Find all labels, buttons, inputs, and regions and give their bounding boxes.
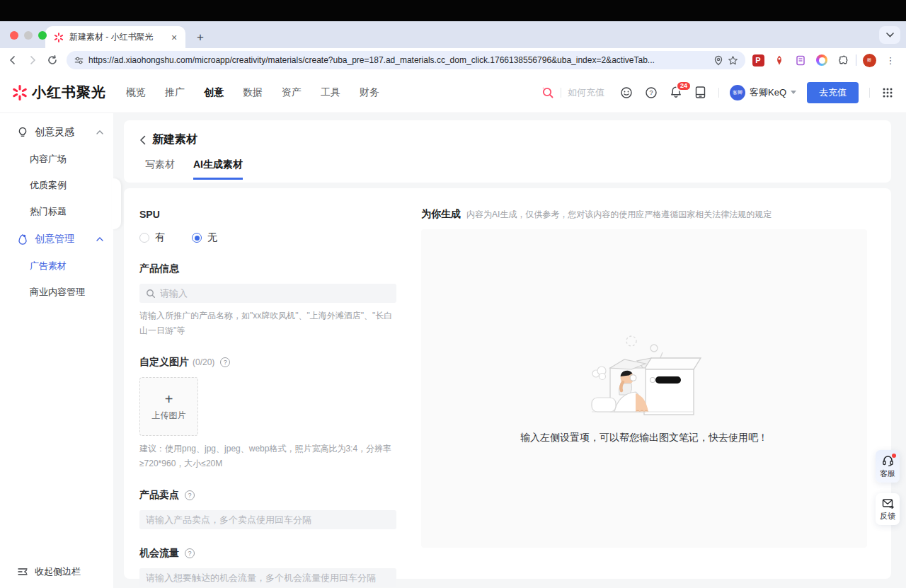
extensions-puzzle-icon[interactable] (835, 55, 851, 66)
brand-name: 小红书聚光 (32, 83, 106, 102)
collapse-sidebar-icon (17, 567, 28, 577)
url-bar[interactable]: https://ad.xiaohongshu.com/microapp/crea… (67, 51, 745, 69)
traffic-field[interactable] (139, 568, 396, 587)
bookmark-star-icon[interactable] (728, 55, 738, 66)
sidebar-item-ad-materials[interactable]: 广告素材 (0, 253, 113, 279)
extension-notes-icon[interactable] (792, 55, 809, 66)
sidebar-item-business-content[interactable]: 商业内容管理 (0, 279, 113, 305)
selling-point-field[interactable] (139, 510, 396, 529)
selling-point-label: 产品卖点 (139, 489, 179, 502)
product-info-input[interactable] (160, 288, 390, 299)
nav-search[interactable]: 如何充值 (541, 86, 604, 99)
product-info-label: 产品信息 (139, 263, 179, 275)
sidebar-item-hot-titles[interactable]: 热门标题 (0, 198, 113, 224)
spu-radio-no[interactable]: 无 (192, 231, 217, 244)
new-tab-button[interactable]: + (197, 31, 204, 43)
sidebar-group-creative-manage[interactable]: 创意管理 (0, 226, 113, 253)
spu-radio-group: 有 无 (139, 231, 396, 244)
brand-logo[interactable]: 小红书聚光 (11, 83, 106, 102)
spu-radio-no-label: 无 (207, 231, 217, 244)
xhs-burst-icon (11, 84, 28, 101)
product-info-hint: 请输入所推广的产品名称，如"xx牌吹风机"、"上海外滩酒店"、"长白山一日游"等 (139, 309, 396, 338)
editor-card: SPU 有 无 产品信息 (124, 188, 891, 579)
tab-write-material[interactable]: 写素材 (145, 158, 175, 180)
menu-item-data[interactable]: 数据 (243, 86, 263, 99)
selling-point-input[interactable] (146, 514, 390, 525)
plus-icon: + (165, 392, 173, 406)
macos-menubar (0, 0, 906, 21)
sidebar-item-quality-cases[interactable]: 优质案例 (0, 172, 113, 198)
user-avatar: 客卿 (730, 85, 745, 100)
nav-separator-2 (869, 88, 870, 98)
menu-item-tools[interactable]: 工具 (321, 86, 340, 99)
browser-profile-avatar[interactable]: 卿 (861, 54, 878, 67)
back-nav-icon[interactable] (7, 54, 23, 66)
material-tabs: 写素材 AI生成素材 (139, 158, 870, 180)
upload-label: 上传图片 (152, 410, 186, 422)
user-menu[interactable]: 客卿 客卿KeQ (730, 85, 796, 100)
tab-search-chevron-icon[interactable] (879, 26, 900, 44)
search-placeholder[interactable]: 如何充值 (568, 86, 604, 99)
extension-color-ring-icon[interactable] (813, 54, 830, 66)
sidebar-group-inspiration[interactable]: 创意灵感 (0, 119, 113, 146)
traffic-input[interactable] (146, 572, 390, 583)
location-pin-icon[interactable] (713, 55, 723, 66)
settings-form: SPU 有 无 产品信息 (139, 208, 396, 563)
help-icon[interactable]: ? (644, 86, 658, 100)
app-top-nav: 小红书聚光 概览 推广 创意 数据 资产 工具 财务 如何充值 ? (0, 72, 906, 113)
menu-item-creative[interactable]: 创意 (204, 86, 224, 99)
menu-item-overview[interactable]: 概览 (126, 86, 146, 99)
selling-point-help-icon[interactable]: ? (185, 490, 195, 500)
sidebar-resize-handle[interactable] (112, 178, 121, 229)
apps-grid-icon[interactable] (881, 86, 895, 100)
tab-ai-material[interactable]: AI生成素材 (193, 158, 243, 180)
browser-tab[interactable]: 新建素材 - 小红书聚光 × (45, 26, 185, 48)
menu-item-finance[interactable]: 财务 (360, 86, 379, 99)
upload-image-button[interactable]: + 上传图片 (139, 377, 198, 436)
traffic-label: 机会流量 (139, 547, 179, 560)
chevron-down-icon (791, 91, 796, 94)
product-info-field[interactable] (139, 284, 396, 303)
forward-nav-icon[interactable] (27, 54, 42, 66)
main-menu: 概览 推广 创意 数据 资产 工具 财务 (126, 86, 379, 99)
extension-p-icon[interactable]: P (750, 54, 767, 67)
browser-tab-strip: 新建素材 - 小红书聚光 × + (0, 21, 906, 48)
lightbulb-icon (17, 127, 28, 138)
radio-unchecked-icon (139, 233, 149, 243)
smiley-icon[interactable] (619, 86, 633, 100)
ai-disclaimer: 内容为AI生成，仅供参考，您对该内容的使用应严格遵循国家相关法律法规的规定 (466, 209, 772, 221)
notification-bell-icon[interactable]: 24 (669, 86, 683, 100)
window-controls (10, 31, 47, 40)
menu-item-promotion[interactable]: 推广 (165, 86, 185, 99)
chevron-up-icon (96, 130, 103, 134)
browser-menu-icon[interactable]: ⋮ (882, 55, 899, 66)
tab-close-icon[interactable]: × (168, 32, 180, 43)
mobile-preview-icon[interactable] (694, 86, 708, 100)
close-window-button[interactable] (10, 31, 18, 40)
customer-service-button[interactable]: 客服 (876, 450, 900, 483)
custom-image-help-icon[interactable]: ? (220, 357, 230, 367)
sidebar-item-content-plaza[interactable]: 内容广场 (0, 146, 113, 172)
spu-radio-yes[interactable]: 有 (139, 231, 165, 244)
extension-rocket-icon[interactable] (771, 55, 788, 66)
back-chevron-icon[interactable] (139, 135, 146, 145)
main-content: 新建素材 写素材 AI生成素材 SPU 有 (113, 113, 906, 588)
page-header-card: 新建素材 写素材 AI生成素材 (124, 120, 891, 183)
upload-hint: 建议：使用png、jpg、jpeg、webp格式，照片宽高比为3:4，分辨率≥7… (139, 442, 396, 471)
p-glyph: P (752, 54, 764, 67)
browser-toolbar: https://ad.xiaohongshu.com/microapp/crea… (0, 48, 906, 72)
service-alert-dot (892, 454, 896, 458)
collapse-sidebar-button[interactable]: 收起侧边栏 (17, 565, 81, 578)
feedback-button[interactable]: 反馈 (876, 493, 900, 525)
menu-item-assets[interactable]: 资产 (282, 86, 302, 99)
minimize-window-button[interactable] (24, 31, 33, 40)
zoom-window-button[interactable] (38, 31, 47, 40)
reload-icon[interactable] (47, 54, 62, 66)
traffic-help-icon[interactable]: ? (185, 548, 195, 558)
sidebar-group-label: 创意灵感 (35, 126, 74, 139)
custom-image-count: (0/20) (193, 357, 214, 367)
site-privacy-icon[interactable] (74, 55, 84, 66)
recharge-button[interactable]: 去充值 (807, 82, 859, 103)
empty-state-illustration (583, 333, 705, 419)
url-text[interactable]: https://ad.xiaohongshu.com/microapp/crea… (88, 55, 709, 65)
